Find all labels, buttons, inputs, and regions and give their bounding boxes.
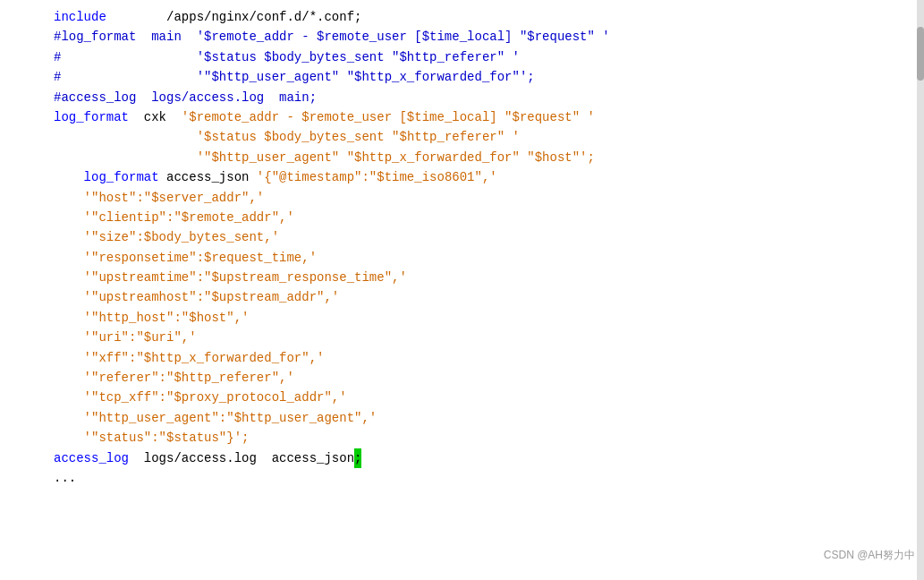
code-line: '"referer":"$http_referer",' (54, 368, 906, 388)
code-line: ... (54, 468, 906, 488)
code-editor: include /apps/nginx/conf.d/*.conf;#log_f… (0, 0, 924, 573)
code-token: '"responsetime":$request_time,' (84, 248, 317, 268)
code-line: include /apps/nginx/conf.d/*.conf; (54, 7, 906, 27)
code-token (54, 408, 84, 428)
code-token (54, 268, 84, 287)
code-token: '"xff":"$http_x_forwarded_for",' (84, 348, 325, 368)
code-line: '"$http_user_agent" "$http_x_forwarded_f… (54, 148, 906, 167)
code-token: # '$status $body_bytes_sent "$http_refer… (54, 47, 520, 67)
code-token: ... (54, 468, 76, 488)
code-token: '"clientip":"$remote_addr",' (84, 208, 294, 227)
code-token: '$status $body_bytes_sent "$http_referer… (197, 127, 520, 147)
code-token: '"status":"$status"}'; (84, 428, 250, 448)
code-token: logs/access.log access_json (129, 448, 354, 468)
code-line: log_format cxk '$remote_addr - $remote_u… (54, 107, 906, 127)
code-line: '$status $body_bytes_sent "$http_referer… (54, 127, 906, 147)
code-line: '"http_host":"$host",' (54, 308, 906, 328)
code-token (54, 227, 84, 247)
code-token (54, 127, 197, 147)
code-token: cxk (129, 107, 182, 127)
code-token (54, 148, 197, 167)
code-token (54, 428, 84, 448)
code-line: #log_format main '$remote_addr - $remote… (54, 27, 906, 47)
code-line: '"upstreamtime":"$upstream_response_time… (54, 268, 906, 287)
code-token: # '"$http_user_agent" "$http_x_forwarded… (54, 67, 535, 87)
code-token: '"http_host":"$host",' (84, 308, 250, 328)
code-token: #access_log logs/access.log main; (54, 88, 317, 107)
code-line: # '"$http_user_agent" "$http_x_forwarded… (54, 67, 906, 87)
code-token: '"host":"$server_addr",' (84, 188, 265, 208)
code-token: /apps/nginx/conf.d/*.conf; (106, 7, 362, 27)
code-token: '"referer":"$http_referer",' (84, 368, 294, 388)
code-token (54, 368, 84, 388)
code-token (54, 208, 84, 227)
code-token: '"uri":"$uri",' (84, 328, 197, 347)
scrollbar-thumb[interactable] (917, 27, 924, 81)
code-line: '"xff":"$http_x_forwarded_for",' (54, 348, 906, 368)
code-token: '"size":$body_bytes_sent,' (84, 227, 279, 247)
code-token: '$remote_addr - $remote_user [$time_loca… (182, 107, 595, 127)
code-line: # '$status $body_bytes_sent "$http_refer… (54, 47, 906, 67)
code-token: '"http_user_agent":"$http_user_agent",' (84, 408, 377, 428)
code-token: access_json (159, 167, 257, 187)
code-line: '"responsetime":$request_time,' (54, 248, 906, 268)
code-line: access_log logs/access.log access_json; (54, 448, 906, 468)
code-line: '"uri":"$uri",' (54, 328, 906, 347)
code-token: '"$http_user_agent" "$http_x_forwarded_f… (197, 148, 595, 167)
code-line: #access_log logs/access.log main; (54, 88, 906, 107)
code-token (54, 308, 84, 328)
code-line: '"size":$body_bytes_sent,' (54, 227, 906, 247)
code-token (54, 188, 84, 208)
code-line: '"status":"$status"}'; (54, 428, 906, 448)
code-token: log_format (54, 107, 129, 127)
code-content: include /apps/nginx/conf.d/*.conf;#log_f… (54, 7, 906, 488)
code-token (54, 328, 84, 347)
code-token: access_log (54, 448, 129, 468)
code-token: '"tcp_xff":"$proxy_protocol_addr",' (84, 388, 347, 407)
watermark-text: CSDN @AH努力中 (824, 547, 915, 564)
code-token: '"upstreamtime":"$upstream_response_time… (84, 268, 407, 287)
code-token: log_format (54, 167, 159, 187)
code-line: log_format access_json '{"@timestamp":"$… (54, 167, 906, 187)
code-token (54, 348, 84, 368)
code-token (54, 388, 84, 407)
code-line: '"http_user_agent":"$http_user_agent",' (54, 408, 906, 428)
code-token: #log_format main '$remote_addr - $remote… (54, 27, 610, 47)
code-token (54, 248, 84, 268)
code-token: '"upstreamhost":"$upstream_addr",' (84, 287, 340, 307)
code-token: '{"@timestamp":"$time_iso8601",' (257, 167, 497, 187)
code-token (54, 287, 84, 307)
scrollbar[interactable] (917, 0, 924, 580)
code-line: '"host":"$server_addr",' (54, 188, 906, 208)
code-token: ; (354, 448, 361, 468)
code-line: '"tcp_xff":"$proxy_protocol_addr",' (54, 388, 906, 407)
code-token: include (54, 7, 106, 27)
code-line: '"clientip":"$remote_addr",' (54, 208, 906, 227)
code-line: '"upstreamhost":"$upstream_addr",' (54, 287, 906, 307)
